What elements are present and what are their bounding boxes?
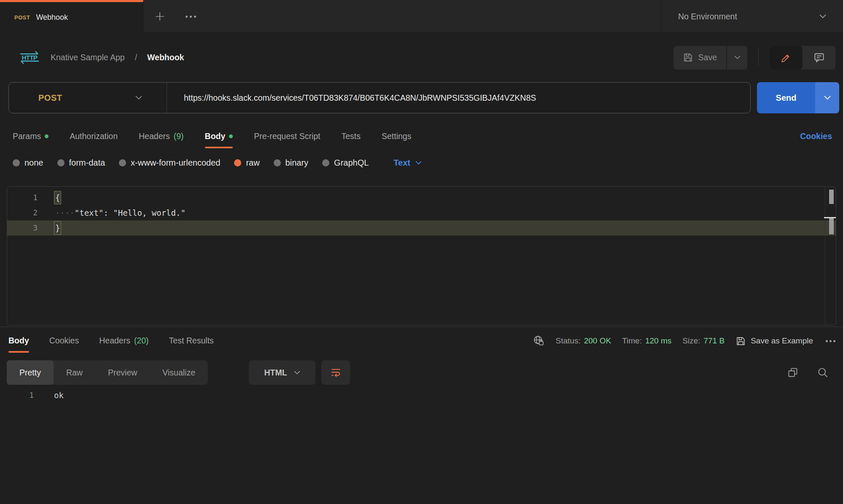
comments-button[interactable]	[803, 46, 835, 70]
response-tab-body[interactable]: Body	[8, 329, 29, 353]
cookies-link[interactable]: Cookies	[800, 131, 832, 141]
chevron-down-icon	[734, 56, 741, 59]
headers-count: (9)	[174, 131, 184, 141]
save-options-button[interactable]	[727, 46, 747, 70]
response-view-switcher: Pretty Raw Preview Visualize	[7, 360, 208, 385]
response-tab-headers[interactable]: Headers(20)	[99, 329, 148, 353]
tab-authorization[interactable]: Authorization	[70, 124, 118, 148]
status-indicator[interactable]: Status: 200 OK	[556, 336, 611, 346]
mode-raw[interactable]: raw	[234, 158, 259, 168]
save-as-example-button[interactable]: Save as Example	[735, 336, 813, 346]
code-text: {	[38, 190, 61, 205]
mode-graphql[interactable]: GraphQL	[322, 158, 369, 168]
radio-icon	[13, 159, 20, 166]
environment-label: No Environment	[678, 12, 737, 21]
scrollbar-mark	[829, 218, 834, 234]
method-selector[interactable]: POST	[9, 83, 167, 113]
radio-icon	[119, 159, 126, 166]
response-line: 1 ok	[0, 387, 843, 404]
radio-icon	[57, 159, 65, 166]
tab-settings[interactable]: Settings	[382, 124, 411, 148]
send-options-button[interactable]	[815, 82, 839, 113]
mode-binary[interactable]: binary	[274, 158, 308, 168]
save-button[interactable]: Save	[673, 46, 726, 70]
whitespace-dots: ····	[55, 208, 75, 217]
wrap-lines-icon	[330, 367, 342, 378]
save-label: Save	[698, 53, 717, 62]
tab-bar: POST Webhook No Environment	[0, 0, 843, 33]
request-actions: Save	[673, 33, 835, 82]
view-raw[interactable]: Raw	[54, 360, 95, 385]
tab-tests[interactable]: Tests	[341, 124, 361, 148]
request-tabs: Params Authorization Headers(9) Body Pre…	[0, 124, 843, 148]
ellipsis-icon	[186, 16, 188, 18]
tabbar-divider	[660, 0, 661, 32]
tab-params[interactable]: Params	[13, 124, 48, 148]
search-icon[interactable]	[817, 367, 829, 378]
status-value: 200 OK	[584, 336, 611, 346]
response-text: ok	[34, 387, 64, 404]
response-options-button[interactable]	[826, 340, 835, 342]
pencil-icon	[781, 52, 792, 63]
radio-selected-icon	[234, 159, 241, 166]
editor-line: 1 {	[7, 190, 836, 205]
size-value: 771 B	[703, 336, 724, 346]
plus-icon	[154, 11, 165, 22]
url-bar: POST https://hooks.slack.com/services/T0…	[8, 82, 751, 113]
chevron-down-icon	[294, 371, 300, 375]
response-meta: Status: 200 OK Time: 120 ms Size: 771 B …	[533, 327, 835, 355]
response-toolbar: Pretty Raw Preview Visualize HTML	[0, 360, 843, 386]
postman-app: POST Webhook No Environment HTTP Knative…	[0, 0, 843, 504]
response-body-viewer[interactable]: 1 ok	[0, 387, 843, 404]
edit-docs-button[interactable]	[770, 46, 803, 70]
mode-form-data[interactable]: form-data	[57, 158, 105, 168]
environment-selector[interactable]: No Environment	[675, 0, 843, 33]
body-mode-row: none form-data x-www-form-urlencoded raw…	[0, 153, 843, 173]
breadcrumb: HTTP Knative Sample App / Webhook	[19, 33, 184, 82]
tab-body[interactable]: Body	[205, 124, 233, 148]
chevron-down-icon	[824, 96, 831, 100]
radio-icon	[274, 159, 281, 166]
copy-icon[interactable]	[787, 367, 799, 378]
tab-headers[interactable]: Headers(9)	[139, 124, 184, 148]
line-number: 1	[7, 190, 38, 205]
response-tab-test-results[interactable]: Test Results	[169, 329, 214, 353]
raw-type-selector[interactable]: Text	[393, 158, 422, 168]
response-tab-cookies[interactable]: Cookies	[49, 329, 79, 353]
url-input[interactable]: https://hooks.slack.com/services/T06TD83…	[167, 93, 750, 103]
editor-line-active: 3 }	[7, 220, 836, 236]
size-indicator[interactable]: Size: 771 B	[682, 336, 724, 346]
response-header: Body Cookies Headers(20) Test Results St…	[0, 327, 843, 354]
wrap-lines-toggle[interactable]	[321, 360, 350, 385]
request-url-row: POST https://hooks.slack.com/services/T0…	[0, 82, 843, 113]
send-button[interactable]: Send	[757, 82, 815, 113]
radio-icon	[322, 159, 329, 166]
mode-x-www-form-urlencoded[interactable]: x-www-form-urlencoded	[119, 158, 220, 168]
mode-none[interactable]: none	[13, 158, 43, 168]
scrollbar-thumb[interactable]	[829, 190, 834, 204]
network-globe-lock-icon[interactable]	[533, 335, 545, 347]
line-number: 3	[7, 220, 38, 236]
view-visualize[interactable]: Visualize	[150, 360, 208, 385]
response-format-selector[interactable]: HTML	[249, 360, 315, 385]
side-panel-toggle-group	[770, 46, 835, 70]
method-label: POST	[38, 93, 62, 103]
breadcrumb-request-name[interactable]: Webhook	[147, 53, 184, 62]
breadcrumb-collection[interactable]: Knative Sample App	[51, 53, 125, 62]
view-pretty[interactable]: Pretty	[7, 360, 54, 385]
tab-options-button[interactable]	[182, 9, 199, 24]
time-indicator[interactable]: Time: 120 ms	[622, 336, 671, 346]
request-body-editor[interactable]: 1 { 2 ····"text": "Hello, world." 3 }	[7, 186, 836, 325]
params-dot	[45, 134, 48, 138]
view-preview[interactable]: Preview	[95, 360, 150, 385]
request-tab[interactable]: POST Webhook	[0, 0, 143, 33]
response-headers-count: (20)	[134, 336, 149, 346]
tab-method-badge: POST	[14, 14, 30, 21]
send-button-group: Send	[757, 82, 839, 113]
new-tab-button[interactable]	[153, 9, 167, 24]
tab-pre-request-script[interactable]: Pre-request Script	[254, 124, 320, 148]
time-value: 120 ms	[645, 336, 671, 346]
editor-line: 2 ····"text": "Hello, world."	[7, 205, 836, 220]
code-text: }	[38, 220, 61, 236]
code-text: ····"text": "Hello, world."	[38, 205, 186, 220]
